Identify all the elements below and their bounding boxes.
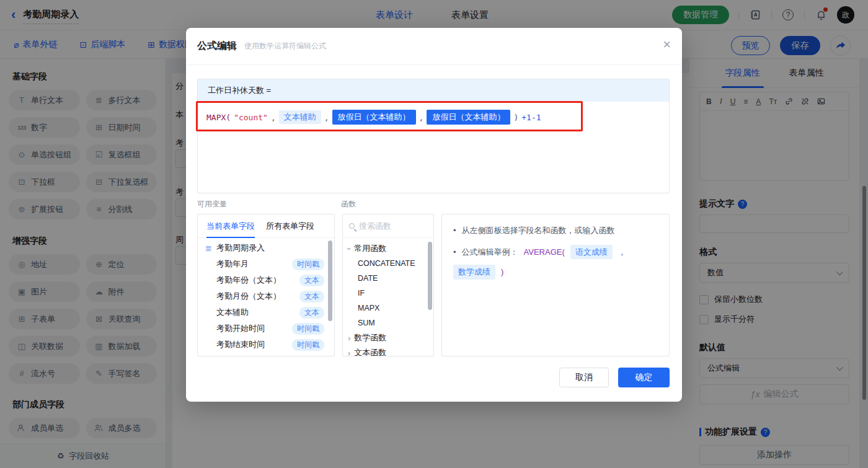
function-if[interactable]: IF [343,286,433,301]
variables-tabs: 当前表单字段 所有表单字段 [198,214,334,238]
variable-row-partial[interactable] [198,353,334,356]
example-function: AVERAGE( [524,246,565,258]
tip-line-2: • 公式编辑举例： AVERAGE( 语文成绩 ， 数学成绩 ) [453,245,658,280]
tip-line-1: • 从左侧面板选择字段名和函数，或输入函数 [453,224,658,237]
modal-title: 公式编辑 [197,40,237,53]
function-date[interactable]: DATE [343,271,433,286]
variable-row[interactable]: 考勤开始时间 时间戳 [198,320,334,337]
formula-edit-modal: 公式编辑 使用数学运算符编辑公式 × 工作日补休天数 = MAPX( "coun… [186,28,682,402]
variable-row[interactable]: 考勤年月 时间戳 [198,256,334,272]
field-token-holiday-2[interactable]: 放假日（文本辅助） [427,110,510,125]
functions-panel: 搜索函数 › 常用函数 CONCATENATE DATE IF MAPX SUM… [342,214,434,356]
field-token-holiday-1[interactable]: 放假日（文本辅助） [332,110,416,125]
function-tree: › 常用函数 CONCATENATE DATE IF MAPX SUM › 数学… [343,238,433,356]
formula-expression: MAPX( "count" , 文本辅助 , 放假日（文本辅助） , 放假日（文… [206,110,660,125]
functions-scrollbar[interactable] [428,242,432,310]
form-node[interactable]: ≣ 考勤周期录入 [198,240,334,256]
search-icon [349,223,355,229]
type-badge: 文本 [299,291,324,302]
variable-row[interactable]: 考勤月份（文本） 文本 [198,288,334,304]
confirm-button[interactable]: 确定 [618,368,670,387]
formula-input-area[interactable]: MAPX( "count" , 文本辅助 , 放假日（文本辅助） , 放假日（文… [198,102,669,133]
variable-row[interactable]: 考勤结束时间 时间戳 [198,337,334,353]
variables-list: ≣ 考勤周期录入 考勤年月 时间戳 考勤年份（文本） 文本 考勤月份（文本） 文… [198,238,334,356]
group-math-functions[interactable]: › 数学函数 [343,330,433,345]
tab-current-form-fields[interactable]: 当前表单字段 [206,214,255,238]
close-icon[interactable]: × [663,38,671,51]
type-badge: 时间戳 [292,323,324,335]
functions-label: 函数 [341,199,356,210]
chevron-right-icon: › [348,348,350,357]
group-common-functions[interactable]: › 常用函数 [343,241,433,256]
function-sum[interactable]: SUM [343,316,433,330]
available-variables-label: 可用变量 [197,199,227,210]
formula-editor: 工作日补休天数 = MAPX( "count" , 文本辅助 , 放假日（文本辅… [197,79,670,193]
function-mapx[interactable]: MAPX [343,301,433,316]
type-badge: 文本 [299,307,324,319]
cancel-button[interactable]: 取消 [559,368,609,387]
function-search[interactable]: 搜索函数 [343,214,433,238]
variable-row[interactable]: 考勤年份（文本） 文本 [198,272,334,288]
type-badge: 时间戳 [292,258,324,270]
example-chip-2: 数学成绩 [453,265,495,280]
group-text-functions[interactable]: › 文本函数 [343,345,433,356]
tab-all-form-fields[interactable]: 所有表单字段 [266,221,314,232]
formula-target-field: 工作日补休天数 = [198,79,669,102]
variable-row[interactable]: 文本辅助 文本 [198,304,334,320]
variables-panel: 当前表单字段 所有表单字段 ≣ 考勤周期录入 考勤年月 时间戳 考勤年份（文本）… [197,214,335,356]
modal-header: 公式编辑 使用数学运算符编辑公式 × [186,28,682,65]
app-root: ‹ 考勤周期录入 表单设计 表单设置 数据管理 ? [0,0,868,468]
function-concatenate[interactable]: CONCATENATE [343,256,433,271]
variables-scrollbar[interactable] [328,241,332,321]
type-badge: 文本 [299,275,324,286]
field-token-text-helper[interactable]: 文本辅助 [279,110,321,124]
type-badge: 时间戳 [292,339,324,351]
tips-panel: • 从左侧面板选择字段名和函数，或输入函数 • 公式编辑举例： AVERAGE(… [441,214,670,356]
example-chip-1: 语文成绩 [570,245,613,260]
form-doc-icon: ≣ [205,244,212,253]
function-token: MAPX( [206,113,231,122]
chevron-down-icon: › [345,247,354,250]
chevron-right-icon: › [348,333,350,343]
string-token: "count" [234,113,268,122]
search-placeholder: 搜索函数 [359,221,391,232]
modal-subtitle: 使用数学运算符编辑公式 [244,41,326,51]
type-badge-partial [303,356,324,357]
